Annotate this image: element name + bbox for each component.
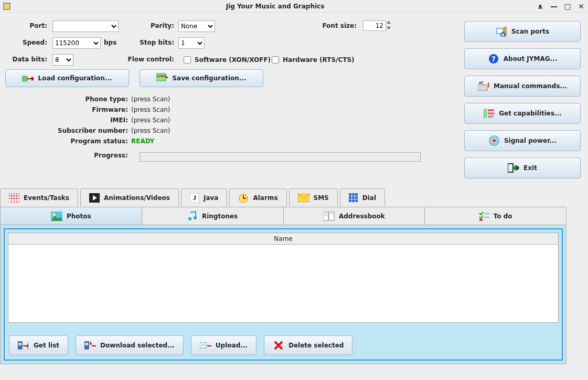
- svg-marker-72: [92, 344, 96, 348]
- svg-rect-70: [85, 343, 88, 345]
- svg-marker-2: [387, 21, 391, 24]
- svg-rect-15: [478, 85, 487, 90]
- scan-ports-button[interactable]: Scan ports: [464, 21, 581, 42]
- envelope-icon: [298, 194, 309, 202]
- svg-point-71: [90, 343, 92, 345]
- parity-select[interactable]: None: [178, 20, 215, 32]
- svg-rect-19: [484, 112, 486, 114]
- svg-rect-18: [484, 109, 486, 111]
- svg-rect-58: [323, 212, 328, 220]
- svg-rect-46: [355, 193, 358, 196]
- tab-animations[interactable]: Animations/Videos: [80, 188, 179, 206]
- items-table[interactable]: Name: [8, 233, 559, 323]
- svg-rect-68: [28, 343, 29, 349]
- download-icon: [84, 340, 96, 351]
- imei-value: (press Scan): [131, 117, 170, 124]
- imei-label: IMEI:: [10, 117, 131, 124]
- progress-label: Progress:: [10, 152, 131, 159]
- titlebar: Jig Your Music and Graphics ∧ — ▢ ✕: [0, 0, 588, 13]
- get-capabilities-button[interactable]: BMPMIDIVCF Get capabilities...: [464, 103, 581, 124]
- flow-software-checkbox[interactable]: Software (XON/XOFF): [181, 55, 271, 65]
- scan-icon: [496, 26, 507, 37]
- tab-ringtones[interactable]: Ringtones: [142, 207, 283, 225]
- book-icon: [323, 212, 335, 221]
- svg-point-56: [188, 217, 191, 220]
- svg-rect-45: [352, 193, 355, 196]
- download-selected-button[interactable]: Download selected...: [76, 335, 184, 355]
- svg-text:JYMAG: JYMAG: [157, 75, 167, 78]
- svg-point-24: [493, 139, 496, 142]
- firmware-value: (press Scan): [131, 106, 170, 113]
- window-rollup-icon[interactable]: ∧: [537, 3, 544, 10]
- databits-select[interactable]: 8: [52, 54, 73, 66]
- question-icon: ?: [488, 53, 499, 65]
- signal-power-button[interactable]: Signal power...: [464, 130, 581, 151]
- svg-text:?: ?: [491, 55, 496, 63]
- svg-marker-3: [387, 27, 391, 29]
- about-button[interactable]: ? About JYMAG...: [464, 48, 581, 69]
- tab-events-tasks[interactable]: Events/Tasks: [0, 188, 78, 206]
- calendar-icon: [9, 193, 19, 203]
- clock-icon: [238, 193, 249, 203]
- window-minimize-icon[interactable]: —: [550, 3, 558, 10]
- svg-text:AT_: AT_: [479, 81, 485, 85]
- keyboard-icon: AT_: [478, 80, 489, 92]
- svg-rect-44: [349, 193, 351, 196]
- svg-rect-49: [355, 196, 358, 199]
- svg-point-57: [194, 216, 197, 219]
- svg-rect-50: [349, 199, 351, 202]
- svg-rect-16: [488, 83, 489, 87]
- stopbits-select[interactable]: 1: [178, 37, 205, 49]
- window-close-icon[interactable]: ✕: [578, 3, 585, 10]
- get-list-button[interactable]: Get list: [9, 335, 68, 355]
- dialpad-icon: [349, 193, 358, 203]
- load-config-button[interactable]: Load configuration...: [5, 69, 129, 87]
- parity-label: Parity:: [136, 22, 174, 29]
- svg-rect-1: [4, 4, 9, 9]
- svg-rect-20: [484, 115, 486, 118]
- svg-rect-75: [201, 344, 205, 346]
- svg-rect-59: [329, 212, 334, 220]
- column-name[interactable]: Name: [8, 233, 558, 245]
- film-icon: [89, 193, 100, 203]
- photos-panel: Name Get list Download selected... Uploa…: [0, 225, 566, 364]
- status-value: READY: [131, 138, 155, 145]
- flow-hardware-checkbox[interactable]: Hardware (RTS/CTS): [270, 55, 355, 65]
- tab-alarms[interactable]: Alarms: [229, 188, 286, 206]
- fontsize-input[interactable]: [363, 20, 386, 31]
- upload-button[interactable]: Upload...: [191, 335, 256, 355]
- port-select[interactable]: [52, 20, 119, 32]
- tab-todo[interactable]: To do: [424, 207, 566, 225]
- svg-rect-66: [18, 343, 22, 345]
- svg-rect-52: [355, 199, 358, 202]
- capabilities-icon: BMPMIDIVCF: [483, 108, 495, 119]
- firmware-label: Firmware:: [10, 106, 131, 113]
- delete-selected-button[interactable]: Delete selected: [264, 335, 353, 355]
- tab-photos[interactable]: Photos: [0, 207, 142, 225]
- get-list-icon: [18, 340, 29, 351]
- save-config-icon: JYMAG: [156, 72, 168, 84]
- subscriber-value: (press Scan): [131, 127, 170, 134]
- svg-text:VCF: VCF: [488, 115, 494, 118]
- svg-marker-76: [207, 344, 211, 348]
- checklist-icon: [479, 212, 489, 221]
- tab-sms[interactable]: SMS: [289, 188, 338, 206]
- tab-addressbook[interactable]: Addressbook: [283, 207, 425, 225]
- databits-label: Data bits:: [5, 56, 47, 63]
- window-maximize-icon[interactable]: ▢: [564, 3, 571, 10]
- fontsize-label: Font size:: [309, 22, 357, 29]
- app-icon: [3, 3, 10, 10]
- speed-select[interactable]: 115200: [52, 37, 101, 49]
- fontsize-stepper[interactable]: [386, 20, 392, 30]
- save-config-button[interactable]: JYMAG Save configuration...: [140, 69, 263, 87]
- music-icon: [187, 211, 198, 221]
- svg-marker-5: [31, 77, 34, 81]
- exit-button[interactable]: Exit: [464, 157, 581, 178]
- subscriber-label: Subscriber number:: [10, 127, 131, 134]
- svg-rect-51: [352, 199, 355, 202]
- tab-dial[interactable]: Dial: [340, 188, 385, 206]
- tab-java[interactable]: J Java: [181, 188, 227, 206]
- phone-type-value: (press Scan): [131, 96, 170, 103]
- manual-commands-button[interactable]: AT_ Manual commands...: [464, 76, 581, 97]
- port-label: Port:: [5, 22, 47, 29]
